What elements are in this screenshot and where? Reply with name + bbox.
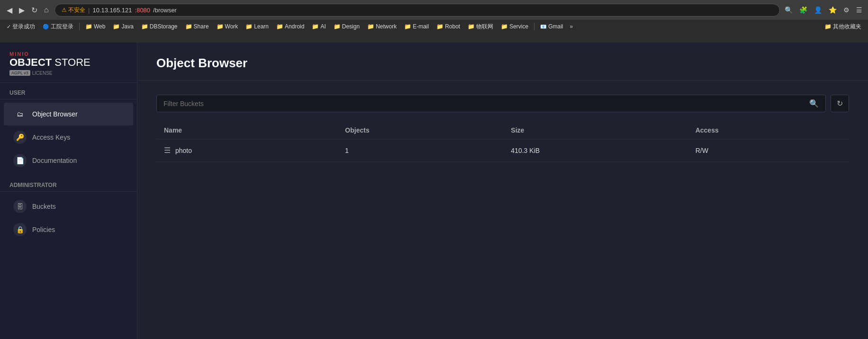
bookmark-others[interactable]: 📁 其他收藏夹 <box>822 22 864 32</box>
bucket-icon: ☰ <box>164 146 171 155</box>
folder-icon: 📁 <box>312 23 319 30</box>
nav-buttons: ◀ ▶ ↻ ⌂ <box>5 5 51 16</box>
cell-name: ☰ photo <box>156 139 337 162</box>
home-button[interactable]: ⌂ <box>42 5 51 15</box>
bookmark-service[interactable]: 📁 Service <box>498 22 531 31</box>
bookmark-android[interactable]: 📁 Android <box>273 22 307 31</box>
col-name: Name <box>156 122 337 139</box>
bookmark-label: 登录成功 <box>12 23 35 31</box>
address-bar[interactable]: ⚠ 不安全 | 10.13.165.121 :8080 /browser <box>54 4 780 17</box>
extension-icon[interactable]: 🧩 <box>798 5 808 15</box>
folder-icon: 📁 <box>334 23 341 30</box>
logo-title-light: STORE <box>52 56 90 68</box>
bookmark-label: DBStorage <box>150 23 178 30</box>
bookmark-label: Share <box>194 23 209 30</box>
browser-chrome: ◀ ▶ ↻ ⌂ ⚠ 不安全 | 10.13.165.121 :8080 /bro… <box>0 0 868 43</box>
bookmark-label: AI <box>320 23 326 30</box>
folder-icon: 📁 <box>245 23 253 30</box>
star-icon[interactable]: ⭐ <box>828 5 838 15</box>
filter-input-wrap[interactable]: 🔍 <box>156 95 826 112</box>
more-bookmarks-button[interactable]: » <box>568 22 575 31</box>
menu-icon[interactable]: ☰ <box>855 5 863 15</box>
profile-icon[interactable]: 👤 <box>813 5 823 15</box>
user-nav: 🗂 Object Browser 🔑 Access Keys 📄 Documen… <box>0 99 137 175</box>
bookmark-ai[interactable]: 📁 AI <box>309 22 328 31</box>
logo-title-bold: OBJECT <box>9 56 52 68</box>
toolbar-icons: 🔍 🧩 👤 ⭐ ⚙ ☰ <box>784 5 863 15</box>
cell-access: R/W <box>688 139 849 162</box>
address-separator: | <box>88 7 90 14</box>
school-icon: 🔵 <box>43 24 49 30</box>
bookmark-email[interactable]: 📁 E-mail <box>401 22 432 31</box>
bookmark-label: Work <box>225 23 238 30</box>
gmail-icon: 📧 <box>540 24 547 30</box>
sidebar-logo: MINIO OBJECT STORE AGPL v3 LICENSE <box>0 43 137 83</box>
folder-icon: 📁 <box>824 23 832 30</box>
table-row[interactable]: ☰ photo 1 410.3 KiB R/W <box>156 139 849 162</box>
zoom-icon[interactable]: 🔍 <box>784 5 794 15</box>
bookmark-label: Gmail <box>548 23 563 30</box>
license-badge: AGPL v3 <box>9 70 30 76</box>
bookmark-label: E-mail <box>413 23 429 30</box>
bookmark-dbstorage[interactable]: 📁 DBStorage <box>138 22 181 31</box>
folder-icon: 📁 <box>404 23 411 30</box>
bookmark-label: Design <box>342 23 360 30</box>
license-label: LICENSE <box>32 71 53 76</box>
sidebar-item-label: Buckets <box>32 203 56 210</box>
bookmark-work[interactable]: 📁 Work <box>214 22 241 31</box>
cell-size: 410.3 KiB <box>503 139 687 162</box>
user-section-label: User <box>0 83 137 99</box>
bookmark-web[interactable]: 📁 Web <box>82 22 108 31</box>
documentation-icon: 📄 <box>13 154 27 167</box>
folder-icon: 📁 <box>501 23 508 30</box>
sidebar-item-object-browser[interactable]: 🗂 Object Browser <box>4 103 133 125</box>
url-host: 10.13.165.121 <box>92 7 132 14</box>
bookmark-login-success[interactable]: ✓ 登录成功 <box>4 22 38 32</box>
logo-license: AGPL v3 LICENSE <box>9 70 127 76</box>
bookmark-learn[interactable]: 📁 Learn <box>243 22 271 31</box>
logo-title: OBJECT STORE <box>9 57 127 68</box>
object-browser-icon: 🗂 <box>13 107 27 121</box>
url-path: /browser <box>153 7 177 14</box>
forward-button[interactable]: ▶ <box>17 5 27 16</box>
filter-input[interactable] <box>163 100 805 107</box>
bookmark-separator-2 <box>534 23 534 30</box>
page-header: Object Browser <box>137 43 868 80</box>
folder-icon: 📁 <box>217 23 224 30</box>
filter-bar: 🔍 ↻ <box>156 95 849 112</box>
bookmark-label: Android <box>285 23 304 30</box>
reload-button[interactable]: ↻ <box>29 5 39 16</box>
settings-icon[interactable]: ⚙ <box>842 5 850 15</box>
search-icon: 🔍 <box>809 99 819 108</box>
bookmark-java[interactable]: 📁 Java <box>110 22 136 31</box>
folder-icon: 📁 <box>276 23 283 30</box>
bookmark-gmail[interactable]: 📧 Gmail <box>537 22 566 31</box>
bookmark-iot[interactable]: 📁 物联网 <box>465 22 496 32</box>
bookmark-label: Learn <box>254 23 269 30</box>
sidebar-item-documentation[interactable]: 📄 Documentation <box>4 149 133 172</box>
col-access: Access <box>688 122 849 139</box>
sidebar-item-buckets[interactable]: 🗄 Buckets <box>4 195 133 218</box>
bookmark-icon: ✓ <box>7 24 11 30</box>
col-size: Size <box>503 122 687 139</box>
folder-icon: 📁 <box>185 23 192 30</box>
refresh-button[interactable]: ↻ <box>831 95 849 112</box>
sidebar: MINIO OBJECT STORE AGPL v3 LICENSE User … <box>0 43 137 339</box>
folder-icon: 📁 <box>85 23 92 30</box>
bookmark-design[interactable]: 📁 Design <box>331 22 362 31</box>
sidebar-item-policies[interactable]: 🔒 Policies <box>4 218 133 241</box>
bookmark-school-login[interactable]: 🔵 工院登录 <box>40 22 76 32</box>
bookmark-right: 📁 其他收藏夹 <box>822 22 864 32</box>
bookmark-share[interactable]: 📁 Share <box>182 22 212 31</box>
bookmark-robot[interactable]: 📁 Robot <box>434 22 463 31</box>
back-button[interactable]: ◀ <box>5 5 14 16</box>
bookmark-label: Network <box>376 23 397 30</box>
bookmark-label: Web <box>94 23 105 30</box>
sidebar-item-label: Policies <box>32 226 55 233</box>
bookmark-label: 其他收藏夹 <box>833 23 861 31</box>
security-warning: ⚠ 不安全 <box>62 6 85 14</box>
browser-toolbar: ◀ ▶ ↻ ⌂ ⚠ 不安全 | 10.13.165.121 :8080 /bro… <box>0 0 868 20</box>
sidebar-item-access-keys[interactable]: 🔑 Access Keys <box>4 126 133 149</box>
bookmark-network[interactable]: 📁 Network <box>364 22 399 31</box>
bookmark-label: Java <box>121 23 133 30</box>
